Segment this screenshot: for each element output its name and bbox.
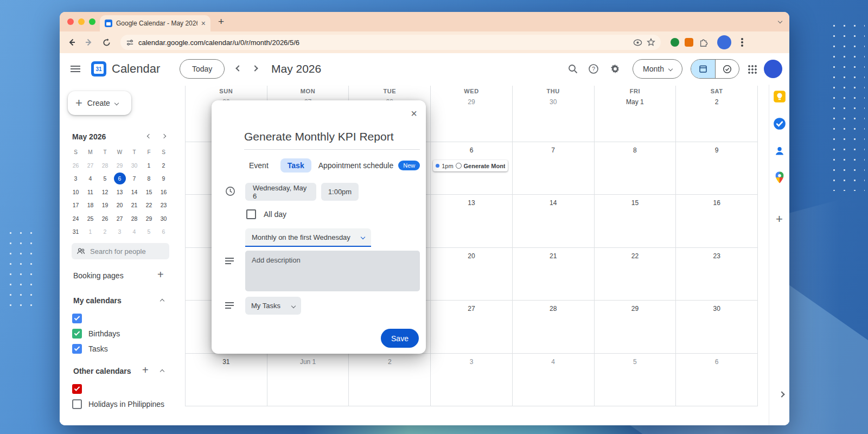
time-button[interactable]: 1:00pm: [321, 183, 359, 201]
get-add-ons-plus-icon[interactable]: +: [776, 213, 783, 225]
mini-cal-day-cell[interactable]: 28: [127, 212, 142, 226]
mini-cal-day-cell[interactable]: 7: [127, 172, 142, 186]
browser-menu-kebab-icon[interactable]: [741, 41, 743, 43]
checked-calendar-checkbox[interactable]: [72, 314, 82, 323]
day-cell[interactable]: 2: [675, 97, 757, 142]
day-cell[interactable]: 20: [430, 248, 512, 300]
day-cell[interactable]: 30: [675, 301, 757, 353]
day-cell[interactable]: 27: [430, 301, 512, 353]
calendar-logo-icon[interactable]: 31: [91, 61, 106, 76]
search-button[interactable]: [566, 62, 579, 75]
mini-cal-day-cell[interactable]: 29: [142, 212, 156, 226]
keep-icon[interactable]: [773, 90, 787, 106]
mini-cal-day-cell[interactable]: 31: [68, 225, 83, 239]
day-cell[interactable]: 16: [675, 195, 757, 247]
mini-cal-day-cell[interactable]: 20: [112, 199, 127, 212]
mini-cal-day-cell[interactable]: 19: [98, 199, 112, 212]
mini-cal-prev-icon[interactable]: [147, 134, 151, 138]
mini-cal-day-cell[interactable]: 22: [142, 199, 156, 212]
day-cell[interactable]: 23: [675, 248, 757, 300]
search-people-input[interactable]: [72, 243, 169, 259]
mini-cal-day-cell[interactable]: 10: [68, 186, 83, 199]
view-selector-dropdown[interactable]: Month: [633, 59, 682, 79]
tab-event[interactable]: Event: [249, 161, 269, 170]
help-button[interactable]: ?: [587, 62, 600, 75]
day-cell[interactable]: 14: [512, 195, 594, 247]
day-cell[interactable]: 21: [512, 248, 594, 300]
back-button[interactable]: [64, 35, 79, 50]
tab-task[interactable]: Task: [280, 158, 311, 173]
day-cell[interactable]: 29: [430, 97, 512, 142]
reading-mode-eye-icon[interactable]: [633, 39, 642, 46]
task-event-chip[interactable]: 1pmGenerate Monthl: [433, 160, 508, 171]
save-button[interactable]: Save: [381, 329, 419, 348]
day-cell[interactable]: 4: [512, 354, 594, 406]
dialog-close-icon[interactable]: ×: [411, 108, 417, 119]
day-cell[interactable]: 2: [348, 354, 430, 406]
mini-cal-day-cell[interactable]: 5: [98, 172, 112, 186]
extension-green-icon[interactable]: [671, 38, 679, 47]
close-window-button[interactable]: [67, 18, 74, 25]
mini-cal-day-cell[interactable]: 8: [142, 172, 156, 186]
previous-month-chevron-icon[interactable]: [235, 65, 241, 71]
mini-cal-day-cell[interactable]: 24: [68, 212, 83, 226]
extensions-puzzle-icon[interactable]: [699, 37, 709, 47]
day-cell[interactable]: 15: [594, 195, 676, 247]
mini-cal-day-cell[interactable]: 12: [98, 186, 112, 199]
day-cell[interactable]: 3: [430, 354, 512, 406]
mini-cal-today-cell[interactable]: 6: [114, 173, 126, 184]
mini-cal-day-cell[interactable]: 6: [156, 225, 171, 239]
mini-cal-day-cell[interactable]: 30: [156, 212, 171, 226]
mini-cal-day-cell[interactable]: 27: [83, 159, 98, 173]
mini-cal-day-cell[interactable]: 26: [68, 159, 83, 173]
day-cell[interactable]: 5: [594, 354, 676, 406]
task-list-dropdown[interactable]: My Tasks: [245, 297, 301, 315]
mini-cal-day-cell[interactable]: 29: [112, 159, 127, 173]
mini-cal-day-cell[interactable]: 11: [83, 186, 98, 199]
event-title-input[interactable]: [244, 130, 420, 150]
date-button[interactable]: Wednesday, May 6: [245, 183, 316, 201]
mini-cal-day-cell[interactable]: 5: [142, 225, 156, 239]
mini-cal-day-cell[interactable]: 9: [156, 172, 171, 186]
mini-cal-day-cell[interactable]: 23: [156, 199, 171, 212]
other-calendars-collapse-icon[interactable]: [160, 369, 164, 374]
mini-cal-day-cell[interactable]: 17: [68, 199, 83, 212]
maximize-window-button[interactable]: [89, 18, 95, 25]
account-avatar[interactable]: [764, 60, 782, 78]
day-cell[interactable]: 28: [512, 301, 594, 353]
my-calendars-collapse-icon[interactable]: [160, 299, 164, 303]
calendar-view-toggle[interactable]: [691, 60, 716, 78]
day-cell[interactable]: 31: [185, 354, 267, 406]
tab-search-caret-icon[interactable]: [778, 19, 782, 23]
day-cell[interactable]: 30: [512, 97, 594, 142]
my-calendar-item[interactable]: Birthdays: [60, 326, 185, 341]
contacts-icon[interactable]: [773, 144, 787, 160]
mini-cal-next-icon[interactable]: [162, 134, 166, 138]
browser-profile-avatar[interactable]: [717, 35, 731, 49]
mini-cal-day-cell[interactable]: 4: [127, 225, 142, 239]
day-cell[interactable]: 22: [594, 248, 676, 300]
day-cell[interactable]: 61pmGenerate Monthl: [430, 142, 512, 194]
add-booking-page-button[interactable]: +: [157, 269, 164, 280]
mini-cal-day-cell[interactable]: 1: [142, 159, 156, 173]
mini-cal-day-cell[interactable]: 30: [127, 159, 142, 173]
mini-cal-day-cell[interactable]: 28: [98, 159, 112, 173]
bookmark-star-icon[interactable]: [647, 38, 655, 47]
other-calendar-item[interactable]: [60, 381, 185, 397]
mini-cal-day-cell[interactable]: 14: [127, 186, 142, 199]
url-text[interactable]: calendar.google.com/calendar/u/0/r/month…: [138, 39, 629, 47]
mini-cal-day-cell[interactable]: 2: [98, 225, 112, 239]
mini-cal-day-cell[interactable]: 27: [112, 212, 127, 226]
mini-cal-day-cell[interactable]: 16: [156, 186, 171, 199]
add-other-calendar-button[interactable]: +: [142, 365, 149, 375]
other-calendar-item[interactable]: Holidays in Philippines: [60, 397, 185, 412]
tasks-view-toggle[interactable]: [716, 60, 739, 78]
mini-cal-day-cell[interactable]: 18: [83, 199, 98, 212]
day-cell[interactable]: 7: [512, 142, 594, 194]
browser-tab[interactable]: Google Calendar - May 2026 ×: [100, 15, 210, 31]
my-calendar-item[interactable]: Tasks: [60, 341, 185, 356]
day-cell[interactable]: 29: [594, 301, 676, 353]
day-cell[interactable]: 13: [430, 195, 512, 247]
create-button[interactable]: + Create: [68, 91, 131, 115]
checked-calendar-checkbox[interactable]: [72, 384, 82, 394]
